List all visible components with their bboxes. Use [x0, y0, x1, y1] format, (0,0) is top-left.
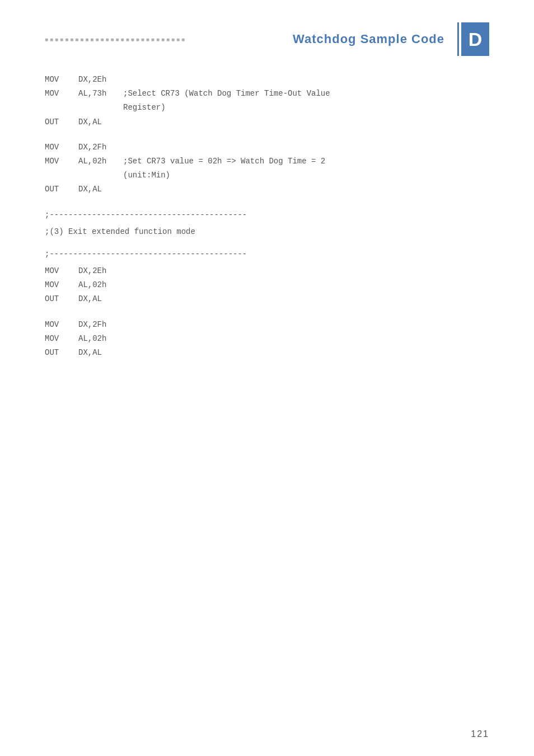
code-line: MOV AL,02h	[45, 278, 489, 292]
operand: AL,02h	[78, 154, 123, 168]
code-block-4: MOV DX,2Fh MOV AL,02h OUT DX,AL	[45, 318, 489, 360]
operand: AL,73h	[78, 87, 123, 101]
d-tab-box: D	[461, 22, 489, 56]
operand: DX,AL	[78, 292, 123, 306]
page-container: ■■■■■■■■■■■■■■■■■■■■■■■■■■■■ Watchdog Sa…	[0, 0, 534, 756]
code-line: MOV AL,02h	[45, 332, 489, 346]
mnemonic: MOV	[45, 332, 78, 346]
code-line-cont: Register)	[45, 101, 489, 115]
code-line: OUT DX,AL	[45, 182, 489, 196]
code-line: OUT DX,AL	[45, 346, 489, 360]
operand: DX,2Eh	[78, 73, 123, 87]
page-number: 121	[471, 729, 489, 739]
mnemonic: MOV	[45, 140, 78, 154]
mnemonic: OUT	[45, 346, 78, 360]
operand: DX,2Fh	[78, 140, 123, 154]
d-tab-container: D	[458, 22, 489, 56]
separator-section: ;---------------------------------------…	[45, 208, 489, 262]
code-line: MOV AL,73h ;Select CR73 (Watch Dog Timer…	[45, 87, 489, 101]
mnemonic: OUT	[45, 182, 78, 196]
code-block-3: MOV DX,2Eh MOV AL,02h OUT DX,AL	[45, 264, 489, 307]
mnemonic: MOV	[45, 278, 78, 292]
code-line: OUT DX,AL	[45, 292, 489, 306]
comment-cont: (unit:Min)	[123, 168, 489, 182]
code-line: MOV DX,2Eh	[45, 264, 489, 278]
mnemonic: OUT	[45, 292, 78, 306]
code-line: MOV DX,2Eh	[45, 73, 489, 87]
code-block-1: MOV DX,2Eh MOV AL,73h ;Select CR73 (Watc…	[45, 73, 489, 129]
code-line: MOV DX,2Fh	[45, 140, 489, 154]
section-comment: ;(3) Exit extended function mode	[45, 225, 489, 239]
mnemonic: MOV	[45, 318, 78, 332]
code-line: MOV DX,2Fh	[45, 318, 489, 332]
code-line: MOV AL,02h ;Set CR73 value = 02h => Watc…	[45, 154, 489, 168]
mnemonic: MOV	[45, 73, 78, 87]
mnemonic: MOV	[45, 264, 78, 278]
mnemonic: MOV	[45, 87, 78, 101]
separator-line-2: ;---------------------------------------…	[45, 247, 489, 261]
header-dots: ■■■■■■■■■■■■■■■■■■■■■■■■■■■■	[45, 36, 186, 43]
code-section: MOV DX,2Eh MOV AL,73h ;Select CR73 (Watc…	[45, 73, 489, 360]
code-line-cont: (unit:Min)	[45, 168, 489, 182]
operand: AL,02h	[78, 332, 123, 346]
comment: ;Set CR73 value = 02h => Watch Dog Time …	[123, 154, 489, 168]
operand: DX,AL	[78, 346, 123, 360]
code-line: OUT DX,AL	[45, 115, 489, 129]
mnemonic: MOV	[45, 154, 78, 168]
separator-line-1: ;---------------------------------------…	[45, 208, 489, 222]
operand: DX,2Eh	[78, 264, 123, 278]
operand: DX,AL	[78, 115, 123, 129]
comment: ;Select CR73 (Watch Dog Timer Time-Out V…	[123, 87, 489, 101]
operand: DX,AL	[78, 182, 123, 196]
mnemonic: OUT	[45, 115, 78, 129]
page-title: Watchdog Sample Code	[293, 32, 444, 46]
code-block-2: MOV DX,2Fh MOV AL,02h ;Set CR73 value = …	[45, 140, 489, 197]
d-tab-letter: D	[469, 29, 483, 50]
operand: AL,02h	[78, 278, 123, 292]
d-tab-left-border	[457, 22, 459, 56]
page-header: ■■■■■■■■■■■■■■■■■■■■■■■■■■■■ Watchdog Sa…	[45, 22, 489, 56]
comment-cont: Register)	[123, 101, 489, 115]
operand: DX,2Fh	[78, 318, 123, 332]
